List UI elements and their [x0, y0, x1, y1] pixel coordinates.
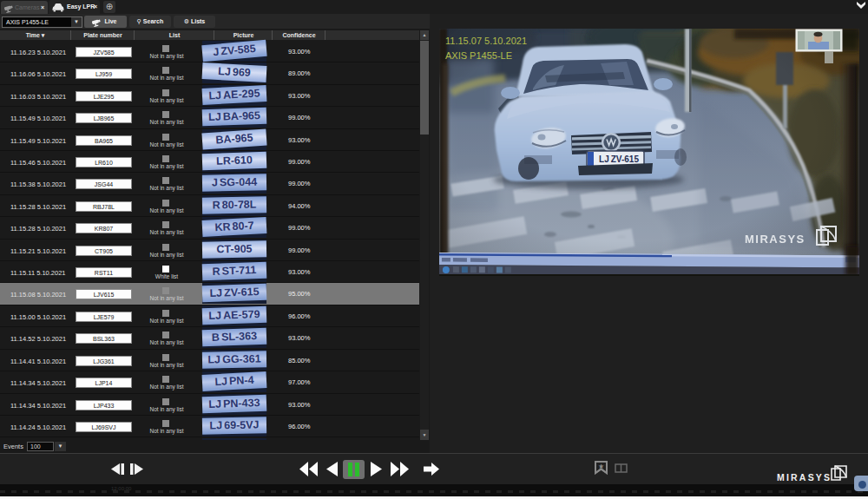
svg-text:11.15.07 5.10.2021: 11.15.07 5.10.2021: [445, 36, 527, 46]
svg-text:AXIS P1455-LE: AXIS P1455-LE: [445, 50, 512, 61]
svg-text:MIRASYS: MIRASYS: [777, 472, 832, 483]
svg-text:★: ★: [598, 463, 604, 470]
svg-text:MIRASYS: MIRASYS: [745, 233, 806, 246]
